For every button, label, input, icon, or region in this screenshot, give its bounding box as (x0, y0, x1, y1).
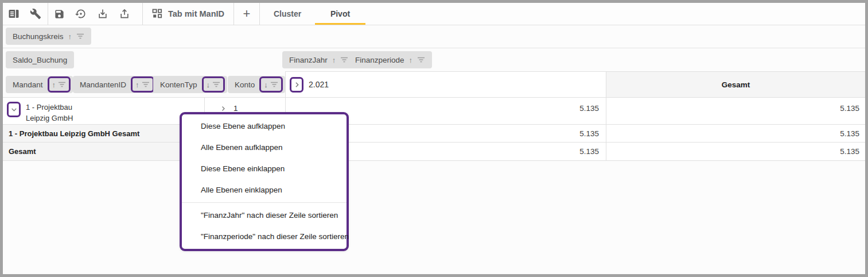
row-header-mandant-cell: 1 - Projektbau Leipzig GmbH (3, 98, 205, 125)
cell-value: 5.135 (840, 104, 859, 113)
tab-cluster-label: Cluster (274, 9, 301, 18)
tab-group-label: Tab mit ManID (168, 9, 224, 18)
sort-filter-box-konto[interactable]: ↓ (259, 76, 283, 93)
chevron-right-icon (293, 81, 301, 89)
fields-area: Saldo_Buchung FinanzJahr ↑ Finanzperiode… (3, 48, 865, 71)
menu-item-sort-finanzperiode[interactable]: "Finanzperiode" nach dieser Zeile sortie… (182, 226, 347, 247)
field-chip-mandant[interactable]: Mandant ↑ (6, 76, 73, 93)
panel-icon (8, 8, 20, 20)
subtotal-value-total: 5.135 (606, 125, 865, 143)
add-tab-button[interactable]: + (234, 3, 259, 25)
save-button[interactable] (48, 3, 70, 25)
field-chip-finanzperiode[interactable]: Finanzperiode ↑ (348, 51, 432, 68)
filter-area: Buchungskreis ↑ (3, 25, 865, 48)
row-fields-header: Mandant ↑ MandantenID ↑ KontenTyp ↓ (3, 71, 285, 98)
tab-pivot-label: Pivot (330, 9, 350, 18)
year-header-label: 2.021 (309, 80, 329, 89)
filter-icon[interactable] (76, 33, 84, 40)
sort-desc-icon[interactable]: ↓ (207, 81, 211, 89)
menu-separator (182, 202, 347, 203)
sort-asc-icon[interactable]: ↑ (409, 56, 413, 64)
field-chip-label: FinanzJahr (289, 56, 328, 64)
download-button[interactable] (92, 3, 114, 25)
sort-asc-icon[interactable]: ↑ (135, 81, 139, 89)
sort-filter-box-kontentyp[interactable]: ↓ (202, 76, 225, 93)
field-chip-label: Saldo_Buchung (13, 56, 67, 64)
download-icon (97, 8, 108, 20)
menu-item-collapse-all[interactable]: Alle Ebenen einklappen (182, 179, 347, 201)
grandtotal-label-text: Gesamt (9, 147, 36, 156)
tab-group-button[interactable]: Tab mit ManID (143, 3, 233, 25)
field-chip-konto[interactable]: Konto ↓ (228, 76, 285, 93)
field-chip-label: Finanzperiode (355, 56, 404, 64)
panel-toggle-button[interactable] (3, 3, 25, 25)
cell-value: 5.135 (579, 104, 599, 113)
column-header-total: Gesamt (606, 71, 865, 98)
app-window: Tab mit ManID + Cluster Pivot Buchungskr… (0, 0, 868, 277)
wrench-icon (30, 8, 41, 20)
cell-value: 5.135 (840, 129, 859, 138)
sort-asc-icon[interactable]: ↑ (332, 56, 336, 64)
field-chip-label: Mandant (13, 80, 43, 89)
save-icon (54, 9, 65, 20)
mandant-label: 1 - Projektbau Leipzig GmbH (26, 101, 79, 124)
field-chip-finanzjahr[interactable]: FinanzJahr ↑ (282, 51, 355, 68)
sort-asc-icon[interactable]: ↑ (68, 33, 72, 40)
field-chip-label: MandantenID (80, 80, 126, 89)
field-chip-label: Buchungskreis (13, 32, 64, 41)
filter-icon[interactable] (58, 81, 66, 88)
collapse-row-button[interactable] (7, 102, 21, 117)
value-cell-total: 5.135 (606, 98, 865, 125)
cell-value: 5.135 (579, 147, 599, 156)
sort-desc-icon[interactable]: ↓ (264, 81, 268, 89)
cell-value: 5.135 (840, 147, 859, 156)
tab-pivot[interactable]: Pivot (315, 3, 365, 25)
cell-value: 5.135 (579, 129, 599, 138)
field-chip-saldo-buchung[interactable]: Saldo_Buchung (6, 51, 74, 68)
upload-icon (119, 8, 130, 20)
restore-icon (75, 8, 87, 20)
chevron-down-icon (10, 106, 18, 113)
subtotal-label-text: 1 - Projektbau Leipzig GmbH Gesamt (9, 129, 139, 138)
sort-filter-box-mandant[interactable]: ↑ (48, 76, 71, 93)
filter-icon[interactable] (340, 56, 348, 63)
sort-asc-icon[interactable]: ↑ (52, 81, 56, 89)
column-header-year: 2.021 (285, 71, 606, 98)
tab-cluster[interactable]: Cluster (260, 3, 315, 25)
total-header-label: Gesamt (722, 80, 750, 89)
context-menu: Diese Ebene aufklappen Alle Ebenen aufkl… (180, 112, 349, 251)
filter-icon[interactable] (142, 81, 150, 88)
field-chip-mandantenid[interactable]: MandantenID ↑ (73, 76, 157, 93)
mandantenid-value: 1 (233, 104, 238, 113)
menu-item-sort-finanzjahr[interactable]: "FinanzJahr" nach dieser Zeile sortieren (182, 205, 347, 226)
settings-wrench-button[interactable] (25, 3, 46, 25)
upload-button[interactable] (114, 3, 135, 25)
field-chip-label: KontenTyp (160, 80, 197, 89)
menu-item-expand-all[interactable]: Alle Ebenen aufklappen (182, 137, 347, 158)
filter-icon[interactable] (417, 56, 425, 63)
plus-icon: + (243, 6, 251, 21)
filter-icon[interactable] (270, 81, 278, 88)
menu-item-collapse-level[interactable]: Diese Ebene einklappen (182, 158, 347, 179)
toolbar: Tab mit ManID + Cluster Pivot (3, 3, 865, 25)
dashboard-grid-icon (152, 9, 162, 19)
field-chip-label: Konto (235, 80, 255, 89)
filter-icon[interactable] (212, 81, 220, 88)
restore-button[interactable] (70, 3, 92, 25)
chevron-right-icon[interactable] (220, 105, 227, 112)
field-chip-buchungskreis[interactable]: Buchungskreis ↑ (6, 28, 91, 45)
menu-item-expand-level[interactable]: Diese Ebene aufklappen (182, 116, 347, 137)
sort-filter-box-mandantenid[interactable]: ↑ (131, 76, 154, 93)
field-chip-kontentyp[interactable]: KontenTyp ↓ (153, 76, 227, 93)
grandtotal-value-total: 5.135 (606, 143, 865, 161)
expand-year-button[interactable] (290, 77, 303, 93)
